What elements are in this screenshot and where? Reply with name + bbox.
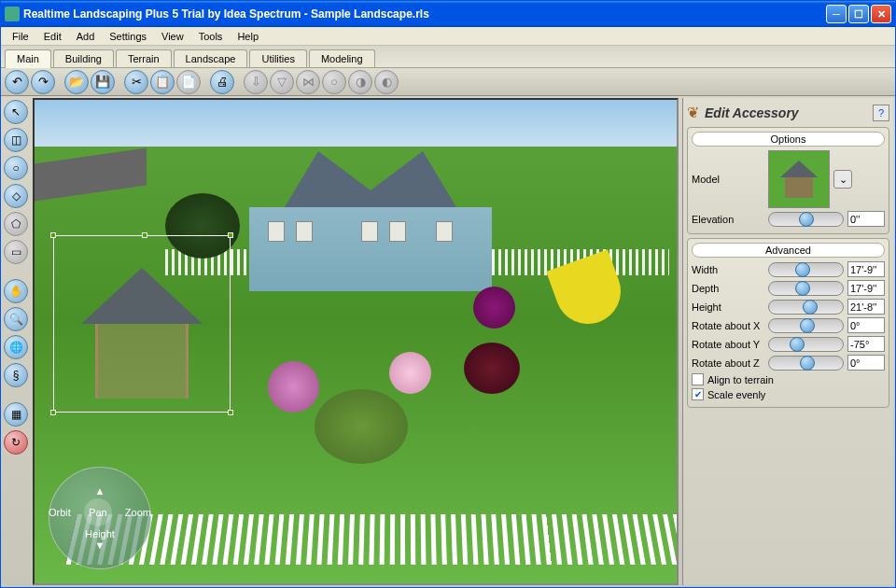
menu-edit[interactable]: Edit [36, 29, 69, 44]
pan-tool[interactable]: ✋ [4, 279, 28, 303]
width-label: Width [692, 264, 764, 275]
orbit-tool[interactable]: § [4, 363, 28, 387]
bush-pink [389, 352, 431, 394]
undo-button[interactable]: ↶ [5, 70, 29, 94]
width-slider[interactable] [768, 262, 844, 277]
menu-file[interactable]: File [5, 29, 36, 44]
copy-button[interactable]: 📋 [150, 70, 175, 94]
bush-magenta [268, 361, 319, 413]
content-area: ↖ ◫ ○ ◇ ⬠ ▭ ✋ 🔍 🌐 § ▦ ↻ [1, 96, 895, 587]
model-label: Model [692, 174, 764, 185]
elevation-input[interactable] [847, 211, 885, 227]
shape-tool[interactable]: ◇ [4, 184, 28, 208]
nav-down-icon[interactable]: ▼ [95, 539, 105, 551]
bush-purple [473, 287, 515, 329]
open-button[interactable]: 📂 [64, 70, 89, 94]
polygon-tool[interactable]: ⬠ [4, 212, 28, 236]
rotx-slider[interactable] [768, 318, 844, 333]
save-button[interactable]: 💾 [91, 70, 115, 94]
window-controls: ─ ☐ ✕ [826, 5, 891, 23]
height-label: Height [692, 301, 764, 313]
model-thumbnail[interactable] [768, 150, 830, 208]
redo-button[interactable]: ↷ [31, 70, 55, 94]
rotx-label: Rotate about X [692, 320, 764, 331]
model-dropdown-button[interactable]: ⌄ [833, 170, 852, 189]
tool-a-button[interactable]: ⇩ [244, 70, 268, 94]
nav-pad[interactable]: ▲ Orbit Pan Zoom Height ▼ [49, 467, 151, 569]
depth-label: Depth [692, 283, 764, 294]
print-button[interactable]: 🖨 [210, 70, 234, 94]
tab-utilities[interactable]: Utilities [249, 49, 306, 67]
tool-d-button[interactable]: ◑ [348, 70, 372, 94]
nav-height-label[interactable]: Height [85, 528, 115, 539]
viewport-3d[interactable]: ▲ Orbit Pan Zoom Height ▼ [33, 98, 679, 585]
rotx-input[interactable] [847, 317, 885, 333]
nav-pan-button[interactable]: Pan [84, 498, 112, 526]
nav-up-icon[interactable]: ▲ [95, 485, 105, 497]
depth-input[interactable] [847, 280, 885, 296]
marquee-tool[interactable]: ◫ [4, 128, 28, 152]
paste-button[interactable]: 📄 [176, 70, 201, 94]
roty-label: Rotate about Y [692, 339, 764, 350]
minimize-button[interactable]: ─ [826, 5, 847, 23]
tab-building[interactable]: Building [53, 49, 114, 67]
topiary [315, 389, 408, 464]
menu-tools[interactable]: Tools [191, 29, 231, 44]
maximize-button[interactable]: ☐ [848, 5, 869, 23]
app-icon [5, 7, 20, 21]
bush-red [464, 343, 520, 394]
nav-orbit-label[interactable]: Orbit [49, 507, 71, 518]
help-button[interactable]: ? [873, 105, 889, 121]
menu-add[interactable]: Add [69, 29, 103, 44]
height-input[interactable] [847, 299, 885, 315]
elevation-slider[interactable] [768, 212, 844, 227]
tool-c-button[interactable]: ○ [322, 70, 346, 94]
titlebar: Realtime Landscaping Plus 5 Trial by Ide… [1, 1, 895, 27]
nav-zoom-label[interactable]: Zoom [125, 507, 151, 518]
globe-tool[interactable]: 🌐 [4, 335, 28, 359]
tab-main[interactable]: Main [5, 49, 51, 68]
options-header: Options [692, 132, 885, 147]
tab-landscape[interactable]: Landscape [174, 49, 248, 67]
options-section: Options Model ⌄ Elevation [687, 127, 889, 234]
rotz-slider[interactable] [768, 356, 844, 371]
rotz-label: Rotate about Z [692, 357, 764, 369]
panel-title: Edit Accessory [705, 105, 867, 120]
close-button[interactable]: ✕ [871, 5, 891, 23]
align-checkbox[interactable] [692, 373, 704, 385]
titlebar-text: Realtime Landscaping Plus 5 Trial by Ide… [23, 7, 826, 21]
menu-view[interactable]: View [154, 29, 191, 44]
select-tool[interactable]: ↖ [4, 100, 28, 124]
tool-e-button[interactable]: ◐ [374, 70, 399, 94]
terrain-tool[interactable]: ▦ [4, 402, 28, 427]
leaf-icon: ❦ [687, 104, 699, 121]
left-toolbar: ↖ ◫ ○ ◇ ⬠ ▭ ✋ 🔍 🌐 § ▦ ↻ [1, 96, 31, 587]
rect-tool[interactable]: ▭ [4, 240, 28, 264]
properties-panel: ❦ Edit Accessory ? Options Model ⌄ Eleva… [682, 98, 893, 585]
tab-modeling[interactable]: Modeling [309, 49, 375, 67]
tab-terrain[interactable]: Terrain [116, 49, 172, 67]
cut-button[interactable]: ✂ [124, 70, 148, 94]
height-slider[interactable] [768, 300, 844, 315]
app-window: Realtime Landscaping Plus 5 Trial by Ide… [0, 0, 896, 588]
elevation-label: Elevation [692, 214, 764, 225]
reset-tool[interactable]: ↻ [4, 430, 28, 455]
depth-slider[interactable] [768, 281, 844, 296]
scale-label: Scale evenly [707, 389, 765, 400]
scale-checkbox[interactable]: ✔ [692, 388, 704, 400]
rotz-input[interactable] [847, 355, 885, 371]
mirror-button[interactable]: ⋈ [296, 70, 320, 94]
advanced-section: Advanced Width Depth Height Rot [687, 238, 889, 408]
tabbar: Main Building Terrain Landscape Utilitie… [1, 46, 895, 68]
fence-front [66, 514, 679, 564]
zoom-tool[interactable]: 🔍 [4, 307, 28, 331]
roty-slider[interactable] [768, 337, 844, 352]
menu-help[interactable]: Help [230, 29, 266, 44]
width-input[interactable] [847, 261, 885, 277]
menu-settings[interactable]: Settings [102, 29, 154, 44]
selection-box[interactable] [53, 235, 231, 413]
tool-b-button[interactable]: ▽ [270, 70, 294, 94]
main-toolbar: ↶ ↷ 📂 💾 ✂ 📋 📄 🖨 ⇩ ▽ ⋈ ○ ◑ ◐ [1, 68, 895, 96]
circle-tool[interactable]: ○ [4, 156, 28, 180]
roty-input[interactable] [847, 336, 885, 352]
